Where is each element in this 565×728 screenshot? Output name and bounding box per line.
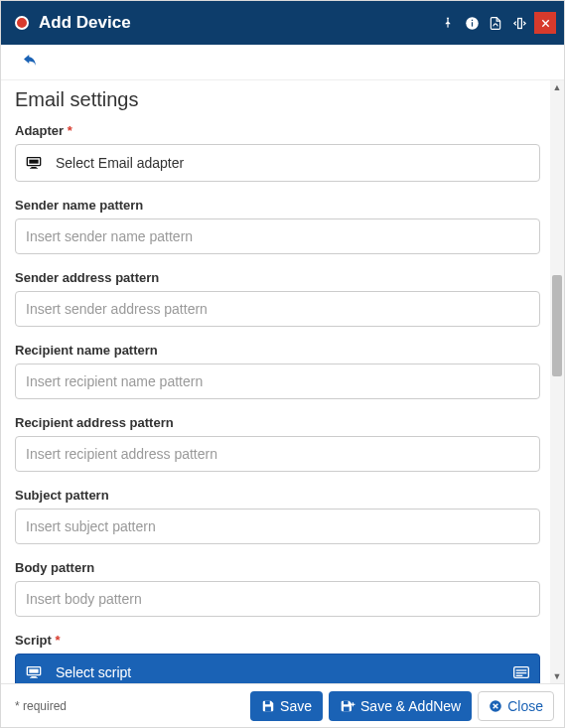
script-label: Script * [15, 633, 540, 648]
body-label: Body pattern [15, 560, 540, 575]
close-icon [540, 18, 551, 29]
close-footer-button-label: Close [507, 698, 543, 714]
svg-rect-10 [30, 168, 38, 169]
sender-address-label: Sender address pattern [15, 270, 540, 285]
recipient-address-input[interactable] [15, 436, 540, 472]
form-scroll-content: Email settings Adapter * Select Email ad… [1, 80, 550, 683]
save-icon [261, 699, 275, 713]
dialog-header: Add Device [1, 1, 564, 45]
section-title: Email settings [15, 88, 550, 111]
recipient-address-label: Recipient address pattern [15, 415, 540, 430]
pdf-icon[interactable] [485, 10, 506, 36]
adapter-label: Adapter * [15, 123, 540, 138]
subject-label: Subject pattern [15, 488, 540, 503]
adapter-select[interactable]: Select Email adapter [15, 144, 540, 182]
svg-rect-12 [29, 669, 38, 673]
dialog-footer: * required Save Save & AddNew Close [1, 683, 564, 727]
sender-name-input[interactable] [15, 218, 540, 254]
svg-rect-19 [265, 700, 270, 704]
save-addnew-button-label: Save & AddNew [360, 698, 461, 714]
script-select[interactable]: Select script [15, 654, 540, 683]
header-actions [435, 10, 556, 36]
svg-rect-20 [265, 706, 271, 711]
list-icon [513, 666, 529, 678]
sender-name-label: Sender name pattern [15, 198, 540, 213]
adapter-icon [26, 156, 42, 170]
svg-rect-9 [31, 167, 36, 168]
scroll-down-button[interactable]: ▼ [550, 669, 564, 683]
svg-rect-13 [31, 676, 36, 677]
save-plus-icon [340, 699, 355, 713]
svg-rect-21 [344, 700, 349, 703]
required-note: * required [15, 699, 244, 713]
svg-rect-24 [353, 702, 353, 706]
svg-rect-16 [516, 669, 527, 670]
dialog-body: Email settings Adapter * Select Email ad… [1, 80, 564, 683]
add-device-dialog: Add Device Email settings [0, 0, 565, 728]
recipient-name-label: Recipient name pattern [15, 343, 540, 358]
back-bar [1, 45, 564, 80]
svg-rect-17 [516, 672, 527, 673]
svg-rect-2 [471, 22, 472, 26]
close-circle-icon [489, 699, 502, 713]
info-icon[interactable] [461, 10, 483, 36]
close-footer-button[interactable]: Close [478, 691, 554, 721]
svg-rect-22 [344, 706, 350, 711]
scroll-up-button[interactable]: ▲ [550, 80, 564, 94]
record-icon [15, 16, 29, 30]
scrollbar[interactable]: ▲ ▼ [550, 80, 564, 683]
script-select-text: Select script [56, 664, 131, 680]
svg-rect-3 [471, 19, 472, 20]
svg-rect-4 [517, 18, 521, 28]
dialog-title: Add Device [39, 13, 435, 33]
save-addnew-button[interactable]: Save & AddNew [329, 691, 472, 721]
sender-address-input[interactable] [15, 291, 540, 327]
save-button[interactable]: Save [250, 691, 323, 721]
script-device-icon [26, 665, 42, 679]
back-button[interactable] [21, 54, 39, 71]
recipient-name-input[interactable] [15, 364, 540, 399]
expand-icon[interactable] [508, 10, 530, 36]
subject-input[interactable] [15, 509, 540, 544]
save-button-label: Save [280, 698, 312, 714]
svg-rect-8 [29, 160, 38, 164]
svg-rect-18 [516, 675, 523, 676]
body-input[interactable] [15, 581, 540, 617]
adapter-select-text: Select Email adapter [56, 155, 184, 171]
undo-icon [21, 54, 39, 68]
pin-icon[interactable] [437, 10, 459, 36]
close-button[interactable] [534, 12, 556, 34]
svg-rect-0 [447, 24, 448, 28]
svg-rect-14 [30, 677, 38, 678]
scrollbar-thumb[interactable] [552, 275, 562, 376]
